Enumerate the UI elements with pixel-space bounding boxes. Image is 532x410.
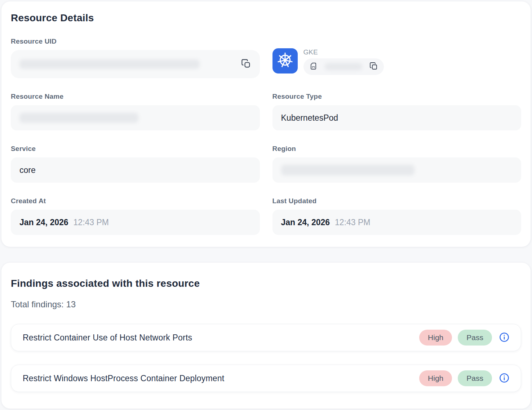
info-icon [499, 373, 509, 384]
resource-uid-redacted-value [19, 59, 200, 69]
copy-uid-button[interactable] [241, 59, 251, 70]
region-field-group: Region [272, 145, 522, 183]
copy-icon [369, 62, 378, 72]
region-redacted-value [281, 165, 414, 175]
status-badge: Pass [458, 370, 492, 386]
service-value: core [19, 165, 36, 175]
resource-details-title: Resource Details [11, 12, 521, 24]
finding-row[interactable]: Restrict Windows HostProcess Container D… [11, 365, 521, 392]
kubernetes-helm-icon [276, 52, 294, 70]
last-updated-label: Last Updated [272, 197, 522, 205]
resource-uid-value-box [11, 50, 260, 78]
info-icon [499, 332, 509, 343]
service-value-box: core [11, 157, 260, 183]
findings-card: Findings associated with this resource T… [1, 263, 531, 409]
resource-type-label: Resource Type [272, 93, 522, 101]
finding-title: Restrict Container Use of Host Network P… [23, 333, 419, 343]
provider-name: GKE [303, 48, 384, 56]
created-at-label: Created At [11, 197, 260, 205]
copy-icon [241, 59, 251, 70]
finding-info-button[interactable] [499, 373, 509, 384]
created-at-value-box: Jan 24, 2026 12:43 PM [11, 210, 260, 235]
severity-badge: High [419, 370, 452, 386]
finding-row[interactable]: Restrict Container Use of Host Network P… [11, 324, 521, 351]
provider-cell: GKE [272, 37, 522, 78]
last-updated-date: Jan 24, 2026 [281, 218, 330, 227]
last-updated-time: 12:43 PM [335, 218, 370, 227]
resource-name-field-group: Resource Name [11, 93, 260, 130]
finding-info-button[interactable] [499, 332, 509, 343]
resource-uid-field-group: Resource UID [11, 37, 260, 78]
resource-uid-label: Resource UID [11, 37, 260, 45]
last-updated-field-group: Last Updated Jan 24, 2026 12:43 PM [272, 197, 522, 235]
account-id-redacted-value [325, 63, 362, 70]
findings-title: Findings associated with this resource [11, 278, 521, 289]
resource-name-value-box [11, 105, 260, 130]
resource-name-redacted-value [19, 113, 138, 123]
status-badge: Pass [458, 330, 492, 346]
account-id-pill [303, 58, 384, 75]
provider-meta: GKE [303, 48, 384, 75]
created-at-field-group: Created At Jan 24, 2026 12:43 PM [11, 197, 260, 235]
copy-account-id-button[interactable] [369, 62, 378, 72]
service-label: Service [11, 145, 260, 153]
resource-type-value: KubernetesPod [281, 113, 338, 123]
created-at-time: 12:43 PM [74, 218, 109, 227]
resource-details-card: Resource Details Resource UID [1, 1, 531, 247]
last-updated-value-box: Jan 24, 2026 12:43 PM [272, 210, 522, 235]
region-label: Region [272, 145, 522, 153]
finding-title: Restrict Windows HostProcess Container D… [23, 374, 419, 383]
resource-type-value-box: KubernetesPod [272, 105, 522, 130]
service-field-group: Service core [11, 145, 260, 183]
provider-logo-tile [272, 48, 298, 73]
severity-badge: High [419, 330, 452, 346]
finding-list: Restrict Container Use of Host Network P… [11, 324, 521, 392]
resource-type-field-group: Resource Type KubernetesPod [272, 93, 522, 130]
total-findings-count: Total findings: 13 [11, 299, 521, 309]
resource-name-label: Resource Name [11, 93, 260, 101]
sim-card-icon [309, 62, 318, 72]
region-value-box [272, 157, 522, 183]
resource-details-grid: Resource UID [11, 37, 521, 235]
created-at-date: Jan 24, 2026 [19, 218, 68, 227]
